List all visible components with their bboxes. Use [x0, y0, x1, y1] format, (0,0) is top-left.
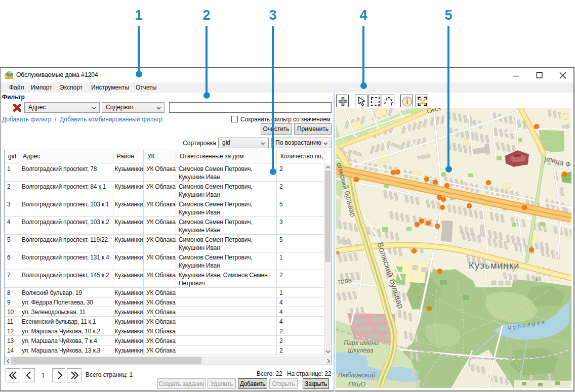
svg-text:ПКиО: ПКиО — [348, 380, 365, 388]
svg-text:Люблинский: Люблинский — [337, 371, 376, 379]
svg-text:Кузьминки: Кузьминки — [469, 260, 520, 271]
svg-text:Парк имени: Парк имени — [344, 339, 379, 346]
svg-text:Шкулёва: Шкулёва — [348, 347, 374, 354]
svg-text:в: в — [336, 248, 340, 256]
